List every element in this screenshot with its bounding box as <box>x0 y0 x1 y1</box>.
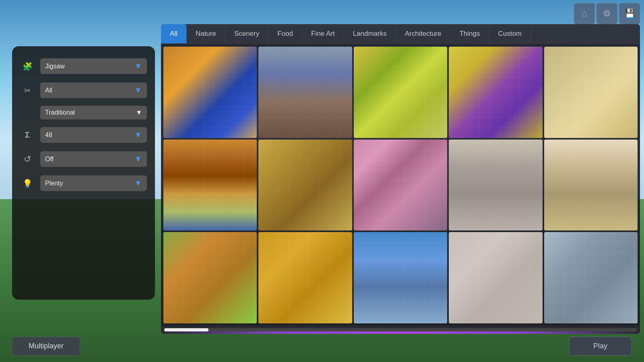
settings-panel: 🧩 Jigsaw ▼ ✂ All ▼ Traditional ▼ Σ 48 ▼ … <box>12 46 155 300</box>
piece-count-row: Σ 48 ▼ <box>20 123 147 147</box>
puzzle-type-dropdown[interactable]: Jigsaw ▼ <box>40 58 147 74</box>
puzzle-item[interactable] <box>258 47 352 138</box>
tab-fineart[interactable]: Fine Art <box>302 24 344 43</box>
hints-value: Plenty <box>45 180 63 187</box>
top-icon-bar: ⌂ ⚙ 💾 <box>574 3 640 24</box>
main-content: All Nature Scenery Food Fine Art Landmar… <box>161 24 640 334</box>
multiplayer-button[interactable]: Multiplayer <box>12 337 80 356</box>
puzzle-item[interactable] <box>354 47 447 138</box>
tab-landmarks[interactable]: Landmarks <box>344 24 396 43</box>
sigma-icon: Σ <box>20 128 35 142</box>
tab-things[interactable]: Things <box>450 24 489 43</box>
puzzle-icon: 🧩 <box>20 59 35 74</box>
cut-substyle-arrow: ▼ <box>136 109 142 116</box>
rotation-row: ↺ Off ▼ <box>20 147 147 171</box>
cut-substyle-row: Traditional ▼ <box>40 103 147 123</box>
cut-style-arrow: ▼ <box>134 86 142 95</box>
puzzle-type-arrow: ▼ <box>134 62 142 71</box>
save-button[interactable]: 💾 <box>619 3 640 24</box>
puzzle-item[interactable] <box>544 232 638 323</box>
scroll-thumb[interactable] <box>164 328 208 331</box>
piece-count-value: 48 <box>45 132 52 139</box>
puzzle-item[interactable] <box>544 140 638 231</box>
play-button[interactable]: Play <box>569 337 632 356</box>
puzzle-item[interactable] <box>354 140 447 231</box>
puzzle-item[interactable] <box>544 47 638 138</box>
hints-arrow: ▼ <box>134 179 142 188</box>
puzzle-item[interactable] <box>449 140 542 231</box>
tab-all[interactable]: All <box>161 24 187 43</box>
tab-architecture[interactable]: Architecture <box>396 24 451 43</box>
tab-nature[interactable]: Nature <box>187 24 225 43</box>
puzzle-item[interactable] <box>449 232 542 323</box>
puzzle-item[interactable] <box>258 140 352 231</box>
puzzle-type-row: 🧩 Jigsaw ▼ <box>20 54 147 78</box>
puzzle-grid <box>161 44 640 326</box>
rotation-icon: ↺ <box>20 152 35 167</box>
hints-dropdown[interactable]: Plenty ▼ <box>40 175 147 191</box>
cut-substyle-dropdown[interactable]: Traditional ▼ <box>40 106 147 119</box>
puzzle-type-value: Jigsaw <box>45 63 65 70</box>
category-tabs: All Nature Scenery Food Fine Art Landmar… <box>161 24 640 44</box>
puzzle-item[interactable] <box>163 47 257 138</box>
rotation-value: Off <box>45 156 54 163</box>
rotation-arrow: ▼ <box>134 154 142 164</box>
cut-style-dropdown[interactable]: All ▼ <box>40 82 147 98</box>
play-button-container: Play <box>569 337 632 356</box>
puzzle-item[interactable] <box>163 232 257 323</box>
hints-row: 💡 Plenty ▼ <box>20 171 147 195</box>
rotation-dropdown[interactable]: Off ▼ <box>40 151 147 167</box>
puzzle-item[interactable] <box>258 232 352 323</box>
piece-count-dropdown[interactable]: 48 ▼ <box>40 127 147 143</box>
cut-style-value: All <box>45 87 52 94</box>
puzzle-item[interactable] <box>354 232 447 323</box>
piece-count-arrow: ▼ <box>134 130 142 140</box>
multiplayer-button-container: Multiplayer <box>12 337 80 356</box>
puzzle-item[interactable] <box>449 47 542 138</box>
cut-substyle-value: Traditional <box>45 109 75 116</box>
puzzle-item[interactable] <box>163 140 257 231</box>
tab-scenery[interactable]: Scenery <box>225 24 268 43</box>
scroll-track[interactable] <box>164 328 637 331</box>
home-button[interactable]: ⌂ <box>574 3 595 24</box>
hint-icon: 💡 <box>20 176 35 191</box>
scrollbar[interactable] <box>161 326 640 334</box>
tab-custom[interactable]: Custom <box>489 24 531 43</box>
cut-style-row: ✂ All ▼ <box>20 78 147 103</box>
tab-food[interactable]: Food <box>268 24 302 43</box>
settings-button[interactable]: ⚙ <box>597 3 617 24</box>
scissors-icon: ✂ <box>20 83 35 98</box>
